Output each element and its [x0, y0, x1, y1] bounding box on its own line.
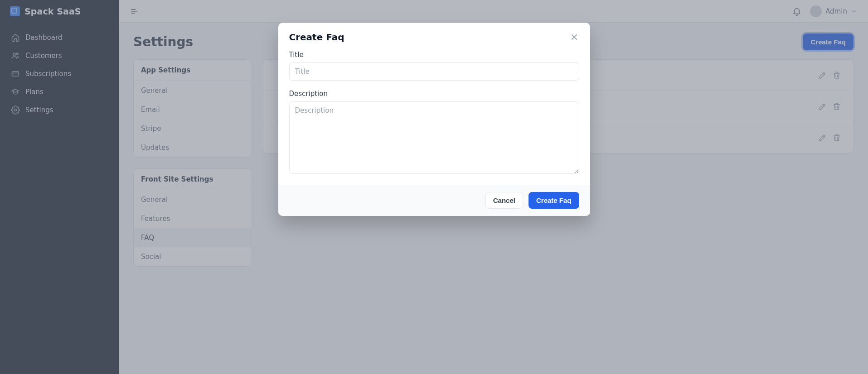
form-group-description: Description	[289, 90, 579, 174]
modal-title: Create Faq	[289, 32, 344, 43]
modal-footer: Cancel Create Faq	[278, 185, 590, 216]
description-input[interactable]	[289, 101, 579, 174]
title-input[interactable]	[289, 62, 579, 81]
description-label: Description	[289, 90, 579, 98]
modal-overlay[interactable]: Create Faq Title Description Cancel Crea…	[0, 0, 868, 374]
close-button[interactable]	[569, 32, 579, 42]
create-faq-modal: Create Faq Title Description Cancel Crea…	[278, 23, 590, 216]
cancel-button[interactable]: Cancel	[485, 192, 523, 209]
title-label: Title	[289, 51, 579, 59]
submit-create-faq-button[interactable]: Create Faq	[529, 192, 579, 209]
form-group-title: Title	[289, 51, 579, 81]
modal-body: Title Description	[278, 48, 590, 185]
modal-header: Create Faq	[278, 23, 590, 48]
